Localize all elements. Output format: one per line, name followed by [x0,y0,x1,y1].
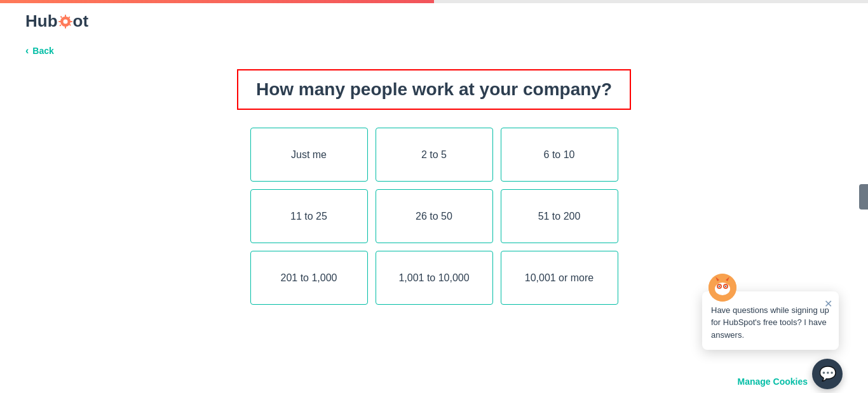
option-201-to-1000[interactable]: 201 to 1,000 [250,251,368,305]
option-10001-or-more[interactable]: 10,001 or more [501,251,618,305]
option-6-to-10[interactable]: 6 to 10 [501,128,618,182]
option-11-to-25[interactable]: 11 to 25 [250,189,368,243]
svg-point-11 [715,283,730,295]
option-1001-to-10000[interactable]: 1,001 to 10,000 [376,251,493,305]
option-just-me[interactable]: Just me [250,128,368,182]
progress-bar-fill [0,0,434,3]
main-content: How many people work at your company? Ju… [0,57,868,305]
svg-rect-6 [60,15,62,18]
chat-bubble-button[interactable]: 💬 [812,359,843,389]
chat-popup: ✕ Have questions while signing up for Hu… [702,291,839,350]
svg-point-17 [725,286,726,287]
chat-avatar [709,274,736,302]
scroll-indicator [859,184,868,210]
svg-point-16 [719,286,720,287]
header: Hub ot [0,0,868,31]
option-26-to-50[interactable]: 26 to 50 [376,189,493,243]
option-2-to-5[interactable]: 2 to 5 [376,128,493,182]
svg-rect-2 [65,15,66,17]
logo-text-hub: Hub [25,11,58,31]
back-label: Back [32,46,53,56]
chat-bubble-icon: 💬 [819,366,836,382]
svg-rect-5 [70,21,72,22]
svg-rect-8 [59,24,62,27]
options-grid: Just me 2 to 5 6 to 10 11 to 25 26 to 50… [250,128,618,305]
hubspot-logo: Hub ot [25,11,88,31]
sprocket-icon [58,15,72,29]
chat-popup-text: Have questions while signing up for HubS… [711,304,830,342]
progress-bar [0,0,868,3]
back-chevron-icon: ‹ [25,45,29,57]
back-button[interactable]: ‹ Back [25,45,54,57]
option-51-to-200[interactable]: 51 to 200 [501,189,618,243]
manage-cookies-button[interactable]: Manage Cookies [738,376,808,387]
svg-point-1 [63,19,67,23]
svg-rect-4 [58,21,61,22]
svg-rect-3 [65,26,66,29]
logo-text-spot: ot [73,11,89,31]
question-heading: How many people work at your company? [237,69,631,110]
chat-popup-close-button[interactable]: ✕ [824,298,832,310]
